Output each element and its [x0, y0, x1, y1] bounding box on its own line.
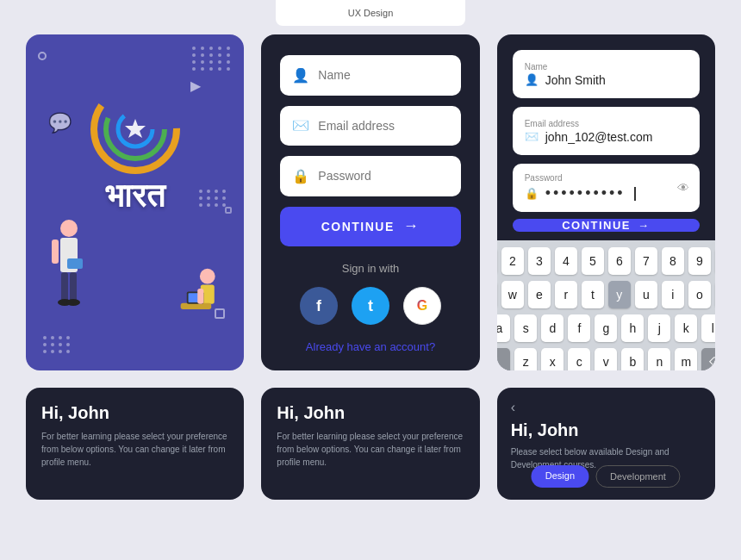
- keyboard-row-numbers: 1 2 3 4 5 6 7 8 9 0: [501, 247, 712, 275]
- card-illustration: 💬 ▶ भारत: [26, 34, 244, 370]
- keyboard: 1 2 3 4 5 6 7 8 9 0 q w e r t y u i: [497, 240, 715, 370]
- top-strip-label: UX Design: [348, 8, 394, 18]
- key-t[interactable]: t: [582, 281, 604, 308]
- name-field[interactable]: 👤: [280, 55, 460, 96]
- design-button[interactable]: Design: [532, 465, 588, 488]
- already-account-link[interactable]: Already have an account?: [280, 340, 460, 353]
- dots-right: [199, 190, 227, 207]
- key-6[interactable]: 6: [608, 247, 631, 275]
- chat-icon: 💬: [48, 112, 72, 134]
- form-fields-top: Name 👤 John Smith Email address ✉️ john_…: [497, 34, 715, 219]
- email-icon: ✉️: [292, 117, 309, 134]
- spiral-logo: [88, 82, 183, 177]
- password-dots: ••••••••••: [545, 184, 626, 202]
- continue-label: CONTINUE: [321, 220, 395, 233]
- email-input[interactable]: [318, 119, 448, 133]
- keyboard-row-zxcv: ⬆ z x c v b n m ⌫: [501, 348, 712, 370]
- key-c[interactable]: c: [568, 348, 590, 370]
- square-decoration-2: [225, 207, 232, 214]
- dots-bottom-left: [43, 336, 71, 353]
- key-i[interactable]: i: [662, 281, 684, 308]
- key-d[interactable]: d: [541, 314, 564, 342]
- key-3[interactable]: 3: [528, 247, 551, 275]
- key-y[interactable]: y: [608, 281, 631, 308]
- key-s[interactable]: s: [514, 314, 537, 342]
- key-l[interactable]: l: [701, 314, 715, 342]
- name-filled-field[interactable]: Name 👤 John Smith: [513, 50, 700, 98]
- password-field-value: 🔒 ••••••••••: [525, 184, 688, 202]
- key-j[interactable]: j: [648, 314, 670, 342]
- key-shift[interactable]: ⬆: [497, 348, 511, 370]
- password-filled-field[interactable]: Password 🔒 •••••••••• 👁: [513, 164, 700, 212]
- email-field-value: ✉️ john_102@test.com: [525, 130, 688, 144]
- bottom-card-1-greeting: Hi, John: [41, 403, 228, 423]
- key-f[interactable]: f: [568, 314, 590, 342]
- svg-rect-7: [67, 258, 83, 269]
- key-backspace[interactable]: ⌫: [701, 348, 715, 370]
- key-9[interactable]: 9: [688, 247, 711, 275]
- key-w[interactable]: w: [501, 281, 524, 308]
- social-icons-row: f t G: [280, 287, 460, 325]
- lock-icon: 🔒: [292, 168, 309, 184]
- name-input[interactable]: [318, 68, 448, 82]
- bottom-card-2-description: For better learning please select your p…: [277, 430, 464, 469]
- circle-decoration: [38, 52, 47, 60]
- key-r[interactable]: r: [555, 281, 577, 308]
- name-field-value: 👤 John Smith: [525, 73, 688, 87]
- card-registration-form: 👤 ✉️ 🔒 CONTINUE → Sign in with f t G: [261, 34, 479, 370]
- arrow-icon-sm: →: [638, 219, 651, 232]
- password-input[interactable]: [318, 169, 448, 183]
- key-n[interactable]: n: [648, 348, 670, 370]
- key-4[interactable]: 4: [555, 247, 577, 275]
- bottom-card-1-description: For better learning please select your p…: [41, 430, 228, 469]
- email-filled-field[interactable]: Email address ✉️ john_102@test.com: [513, 107, 700, 155]
- hindi-title: भारत: [105, 177, 165, 215]
- key-a[interactable]: a: [497, 314, 511, 342]
- email-field-label: Email address: [525, 119, 688, 128]
- key-z[interactable]: z: [514, 348, 537, 370]
- google-button[interactable]: G: [403, 287, 441, 325]
- key-x[interactable]: x: [541, 348, 564, 370]
- bottom-card-3-buttons: Design Development: [532, 465, 681, 488]
- eye-icon[interactable]: 👁: [677, 181, 689, 195]
- facebook-button[interactable]: f: [300, 287, 338, 325]
- key-u[interactable]: u: [635, 281, 657, 308]
- key-k[interactable]: k: [675, 314, 697, 342]
- key-v[interactable]: v: [595, 348, 617, 370]
- key-2[interactable]: 2: [501, 247, 524, 275]
- person-icon-sm: 👤: [525, 73, 539, 86]
- svg-rect-8: [61, 272, 68, 302]
- top-strip: UX Design: [276, 0, 465, 26]
- back-arrow-icon[interactable]: ‹: [511, 400, 701, 415]
- name-field-label: Name: [525, 62, 688, 72]
- keyboard-row-asdf: a s d f g h j k l: [501, 314, 712, 342]
- lock-icon-sm: 🔒: [525, 187, 539, 200]
- key-e[interactable]: e: [528, 281, 551, 308]
- video-icon: ▶: [190, 78, 201, 94]
- twitter-button[interactable]: t: [352, 287, 389, 325]
- continue-button[interactable]: CONTINUE →: [280, 207, 460, 247]
- bottom-card-3: ‹ Hi, John Please select below available…: [497, 388, 715, 500]
- email-field[interactable]: ✉️: [280, 106, 460, 146]
- key-m[interactable]: m: [675, 348, 697, 370]
- svg-point-11: [66, 299, 80, 306]
- password-field[interactable]: 🔒: [280, 156, 460, 196]
- key-h[interactable]: h: [621, 314, 644, 342]
- key-b[interactable]: b: [621, 348, 644, 370]
- person-standing: [43, 215, 95, 310]
- svg-rect-18: [198, 289, 204, 304]
- continue-button-sm[interactable]: CONTINUE →: [513, 219, 700, 232]
- svg-rect-9: [70, 272, 77, 302]
- key-7[interactable]: 7: [635, 247, 657, 275]
- key-8[interactable]: 8: [662, 247, 684, 275]
- keyboard-row-qwerty: q w e r t y u i o p: [501, 281, 712, 308]
- person-sitting: [158, 267, 227, 336]
- svg-point-13: [200, 269, 215, 284]
- google-icon: G: [417, 298, 427, 314]
- key-o[interactable]: o: [688, 281, 711, 308]
- development-button[interactable]: Development: [595, 465, 681, 488]
- bottom-card-1: Hi, John For better learning please sele…: [26, 388, 244, 500]
- key-g[interactable]: g: [595, 314, 617, 342]
- card-form-keyboard: Name 👤 John Smith Email address ✉️ john_…: [497, 34, 715, 370]
- key-5[interactable]: 5: [582, 247, 604, 275]
